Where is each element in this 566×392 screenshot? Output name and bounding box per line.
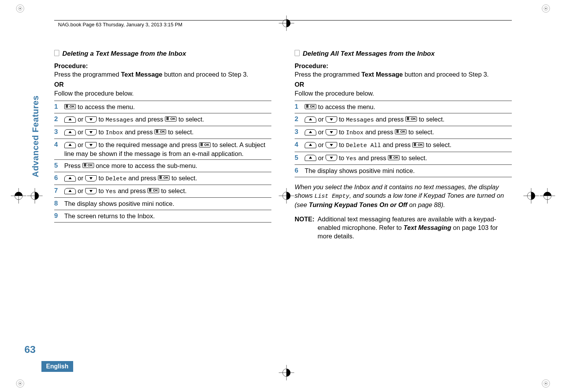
intro-span: button and proceed to Step 3.	[403, 71, 489, 78]
step-number: 2	[54, 115, 64, 124]
down-arrow-icon	[85, 129, 97, 135]
menu-name: Delete All	[346, 142, 381, 149]
intro-span: button and proceed to Step 3.	[162, 71, 248, 78]
ok-button-icon: ≣ OK	[305, 104, 316, 109]
note-text: on page 88).	[407, 201, 445, 208]
crop-mark-icon	[540, 377, 552, 390]
step-text: to select.	[406, 128, 434, 135]
step-number: 7	[54, 187, 64, 195]
step-row: 2 or to Messages and press ≣ OK to selec…	[295, 113, 512, 126]
step-text: or	[76, 116, 85, 123]
step-row: 1 ≣ OK to access the menu.	[54, 101, 271, 113]
step-row: 9 The screen returns to the Inbox.	[54, 210, 271, 223]
step-text: to	[97, 187, 106, 194]
or-label: OR	[54, 80, 271, 89]
step-text: to select.	[417, 116, 444, 123]
step-number: 4	[54, 140, 64, 149]
step-number: 1	[295, 103, 305, 111]
step-row: 5 Press ≣ OK once more to access the sub…	[54, 160, 271, 172]
up-arrow-icon	[305, 142, 316, 148]
step-number: 8	[54, 199, 64, 208]
up-arrow-icon	[305, 155, 316, 161]
down-arrow-icon	[326, 155, 337, 161]
intro-text: Press the programmed Text Message button…	[54, 70, 271, 79]
menu-name: Inbox	[106, 130, 123, 136]
menu-name: Delete	[106, 176, 127, 182]
steps-list: 1 ≣ OK to access the menu. 2 or to Messa…	[295, 101, 512, 177]
crop-mark-icon	[540, 2, 552, 15]
note-label: NOTE:	[295, 215, 314, 241]
step-text: to select.	[170, 175, 197, 181]
down-arrow-icon	[85, 175, 97, 181]
step-row: 4 or to the required message and press ≣…	[54, 139, 271, 160]
menu-name: Inbox	[346, 130, 364, 136]
step-text: or	[76, 141, 85, 148]
ok-button-icon: ≣ OK	[165, 116, 177, 122]
step-body: or to Delete All and press ≣ OK to selec…	[305, 140, 512, 150]
step-text: The screen returns to the Inbox.	[64, 212, 155, 219]
step-text: The display shows positive mini notice.	[64, 200, 174, 207]
up-arrow-icon	[64, 188, 76, 194]
or-label: OR	[295, 80, 512, 89]
ok-button-icon: ≣ OK	[199, 142, 211, 147]
step-number: 6	[295, 166, 305, 175]
note-paragraph: When you select the Inbox and it contain…	[295, 183, 512, 209]
section-title: Deleting a Text Message from the Inbox	[54, 50, 271, 58]
crop-mark-icon	[14, 377, 26, 390]
registration-mark-icon	[540, 188, 555, 204]
intro-span: Press the programmed	[54, 71, 121, 78]
section-title: Deleting All Text Messages from the Inbo…	[295, 50, 512, 58]
svg-point-2	[19, 8, 21, 9]
step-text: or	[316, 141, 326, 148]
step-number: 2	[295, 115, 305, 124]
crop-mark-icon	[14, 2, 26, 15]
step-number: 4	[295, 140, 305, 149]
page-icon	[54, 50, 59, 56]
svg-point-5	[545, 8, 547, 9]
menu-name: Messages	[346, 117, 374, 123]
step-body: Press ≣ OK once more to access the sub-m…	[64, 161, 271, 170]
step-text: to the required message and press	[97, 141, 199, 148]
step-number: 6	[54, 174, 64, 183]
page-icon	[295, 50, 300, 56]
steps-list: 1 ≣ OK to access the menu. 2 or to Messa…	[54, 101, 271, 223]
ok-button-icon: ≣ OK	[148, 188, 159, 193]
running-header: NAG.book Page 63 Thursday, January 3, 20…	[58, 22, 182, 27]
note-bold: Turning Keypad Tones On or Off	[309, 201, 408, 208]
step-text: The display shows positive mini notice.	[305, 167, 415, 174]
ok-button-icon: ≣ OK	[405, 116, 417, 122]
step-text: to	[97, 128, 106, 135]
step-text: to select.	[177, 116, 204, 123]
step-text: to	[337, 116, 346, 123]
section-title-text: Deleting a Text Message from the Inbox	[62, 50, 186, 58]
registration-mark-icon	[279, 15, 294, 31]
step-text: once more to access the sub-menu.	[94, 162, 197, 169]
step-body: or to Yes and press ≣ OK to select.	[64, 187, 271, 196]
up-arrow-icon	[64, 142, 76, 148]
header-rule	[54, 20, 512, 21]
step-body: The screen returns to the Inbox.	[64, 212, 271, 220]
step-text: and press	[381, 141, 413, 148]
step-body: or to Yes and press ≣ OK to select.	[305, 154, 512, 163]
ok-button-icon: ≣ OK	[82, 163, 94, 168]
step-text: or	[76, 128, 85, 135]
down-arrow-icon	[85, 188, 97, 194]
down-arrow-icon	[326, 129, 337, 135]
procedure-label: Procedure:	[54, 62, 271, 70]
language-tab: English	[41, 361, 73, 372]
step-number: 5	[54, 161, 64, 170]
step-number: 5	[295, 154, 305, 163]
step-number: 9	[54, 212, 64, 221]
step-text: to access the menu.	[316, 103, 375, 110]
up-arrow-icon	[305, 129, 316, 135]
step-body: The display shows positive mini notice.	[64, 199, 271, 208]
page-number: 63	[24, 344, 36, 356]
right-column: Deleting All Text Messages from the Inbo…	[295, 50, 512, 353]
menu-name: Messages	[106, 117, 134, 123]
registration-mark-icon	[279, 365, 294, 380]
step-row: 6 or to Delete and press ≣ OK to select.	[54, 172, 271, 185]
note-row: NOTE: Additional text messaging features…	[295, 215, 512, 241]
intro-bold: Text Message	[121, 71, 162, 78]
step-number: 3	[295, 128, 305, 137]
step-text: and press	[134, 116, 165, 123]
